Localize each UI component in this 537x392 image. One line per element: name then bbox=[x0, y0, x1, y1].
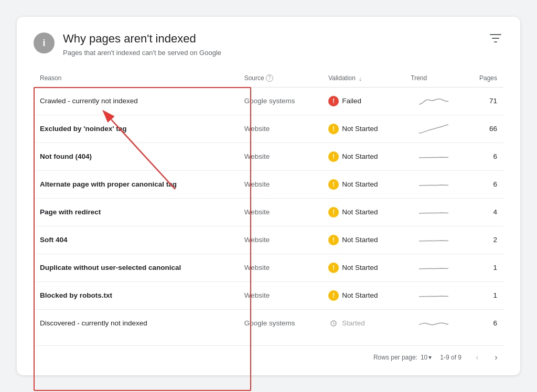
table-row[interactable]: Alternate page with proper canonical tag… bbox=[34, 170, 503, 198]
col-pages: Pages bbox=[463, 69, 503, 88]
cell-source: Website bbox=[238, 226, 322, 254]
table-row[interactable]: Not found (404)Website!Not Started6 bbox=[34, 143, 503, 170]
cell-pages: 71 bbox=[463, 87, 503, 115]
cell-reason: Soft 404 bbox=[34, 226, 238, 254]
cell-trend bbox=[404, 170, 463, 198]
cell-validation: !Not Started bbox=[322, 143, 404, 170]
pagination-info: 1-9 of 9 bbox=[440, 354, 461, 361]
page-title: Why pages aren't indexed bbox=[63, 31, 221, 47]
cell-source: Website bbox=[238, 143, 322, 170]
cell-pages: 6 bbox=[463, 170, 503, 198]
cell-pages: 4 bbox=[463, 198, 503, 226]
cell-source: Website bbox=[238, 115, 322, 143]
cell-validation: !Not Started bbox=[322, 254, 404, 281]
rows-per-page-label: Rows per page: bbox=[373, 354, 417, 361]
cell-validation: !Failed bbox=[322, 87, 404, 115]
cell-reason: Not found (404) bbox=[34, 143, 238, 170]
cell-validation: !Not Started bbox=[322, 115, 404, 143]
table-wrapper: Reason Source ? Validation ↓ Trend bbox=[34, 69, 503, 337]
cell-trend bbox=[404, 198, 463, 226]
table-row[interactable]: Soft 404Website!Not Started2 bbox=[34, 226, 503, 254]
cell-pages: 66 bbox=[463, 115, 503, 143]
table-header-row: Reason Source ? Validation ↓ Trend bbox=[34, 69, 503, 88]
cell-pages: 6 bbox=[463, 309, 503, 337]
filter-icon[interactable] bbox=[488, 31, 503, 48]
cell-reason: Page with redirect bbox=[34, 198, 238, 226]
cell-pages: 2 bbox=[463, 226, 503, 254]
validation-status-icon: ! bbox=[328, 263, 339, 273]
svg-rect-1 bbox=[492, 38, 499, 39]
svg-rect-2 bbox=[494, 41, 497, 42]
cell-reason: Discovered - currently not indexed bbox=[34, 309, 238, 337]
rows-per-page: Rows per page: 10 ▾ bbox=[373, 354, 432, 361]
sort-desc-icon: ↓ bbox=[359, 75, 362, 82]
table-row[interactable]: Page with redirectWebsite!Not Started4 bbox=[34, 198, 503, 226]
col-reason: Reason bbox=[34, 69, 238, 88]
cell-source: Website bbox=[238, 254, 322, 281]
validation-status-icon: ! bbox=[328, 124, 339, 134]
cell-trend bbox=[404, 87, 463, 115]
validation-label: Not Started bbox=[342, 125, 378, 133]
validation-label: Not Started bbox=[342, 153, 378, 160]
cell-pages: 1 bbox=[463, 254, 503, 281]
cell-trend bbox=[404, 226, 463, 254]
table-row[interactable]: Discovered - currently not indexedGoogle… bbox=[34, 309, 503, 337]
validation-label: Not Started bbox=[342, 264, 378, 271]
info-icon: i bbox=[34, 32, 55, 53]
table-row[interactable]: Crawled - currently not indexedGoogle sy… bbox=[34, 87, 503, 115]
pagination-nav: ‹ › bbox=[470, 350, 503, 365]
cell-pages: 1 bbox=[463, 281, 503, 309]
cell-validation: Started bbox=[322, 309, 404, 337]
cell-source: Website bbox=[238, 198, 322, 226]
table-row[interactable]: Blocked by robots.txtWebsite!Not Started… bbox=[34, 281, 503, 309]
validation-status-icon: ! bbox=[328, 96, 339, 106]
cell-trend bbox=[404, 309, 463, 337]
validation-status-icon: ! bbox=[328, 207, 339, 217]
validation-label: Not Started bbox=[342, 236, 378, 244]
table-footer: Rows per page: 10 ▾ 1-9 of 9 ‹ › bbox=[34, 345, 503, 365]
cell-trend bbox=[404, 281, 463, 309]
cell-reason: Crawled - currently not indexed bbox=[34, 87, 238, 115]
cell-reason: Blocked by robots.txt bbox=[34, 281, 238, 309]
page-subtitle: Pages that aren't indexed can't be serve… bbox=[63, 49, 221, 57]
table-row[interactable]: Duplicate without user-selected canonica… bbox=[34, 254, 503, 281]
cell-reason: Excluded by 'noindex' tag bbox=[34, 115, 238, 143]
cell-reason: Alternate page with proper canonical tag bbox=[34, 170, 238, 198]
cell-source: Google systems bbox=[238, 87, 322, 115]
rows-per-page-value: 10 bbox=[421, 354, 427, 361]
validation-status-icon: ! bbox=[328, 179, 339, 190]
cell-source: Google systems bbox=[238, 309, 322, 337]
cell-trend bbox=[404, 143, 463, 170]
cell-source: Website bbox=[238, 281, 322, 309]
validation-label: Failed bbox=[342, 97, 361, 105]
cell-trend bbox=[404, 115, 463, 143]
validation-label: Not Started bbox=[342, 291, 378, 299]
rows-per-page-select[interactable]: 10 ▾ bbox=[421, 354, 432, 361]
cell-validation: !Not Started bbox=[322, 170, 404, 198]
cell-source: Website bbox=[238, 170, 322, 198]
svg-rect-0 bbox=[490, 34, 501, 35]
validation-label: Not Started bbox=[342, 208, 378, 216]
validation-label: Started bbox=[342, 319, 365, 327]
cell-validation: !Not Started bbox=[322, 198, 404, 226]
prev-page-button[interactable]: ‹ bbox=[470, 350, 485, 365]
cell-pages: 6 bbox=[463, 143, 503, 170]
col-validation[interactable]: Validation ↓ bbox=[322, 69, 404, 88]
validation-status-icon: ! bbox=[328, 151, 339, 162]
main-card: i Why pages aren't indexed Pages that ar… bbox=[17, 17, 520, 375]
table-row[interactable]: Excluded by 'noindex' tagWebsite!Not Sta… bbox=[34, 115, 503, 143]
cell-trend bbox=[404, 254, 463, 281]
rows-per-page-chevron: ▾ bbox=[428, 354, 432, 361]
next-page-button[interactable]: › bbox=[489, 350, 503, 365]
svg-line-7 bbox=[334, 323, 335, 324]
cell-validation: !Not Started bbox=[322, 226, 404, 254]
source-help-icon[interactable]: ? bbox=[266, 74, 273, 82]
cell-reason: Duplicate without user-selected canonica… bbox=[34, 254, 238, 281]
validation-label: Not Started bbox=[342, 180, 378, 188]
col-source: Source ? bbox=[238, 69, 322, 88]
validation-status-icon bbox=[328, 318, 339, 329]
col-trend: Trend bbox=[404, 69, 463, 88]
header: i Why pages aren't indexed Pages that ar… bbox=[34, 31, 503, 57]
cell-validation: !Not Started bbox=[322, 281, 404, 309]
header-text: Why pages aren't indexed Pages that aren… bbox=[63, 31, 221, 57]
